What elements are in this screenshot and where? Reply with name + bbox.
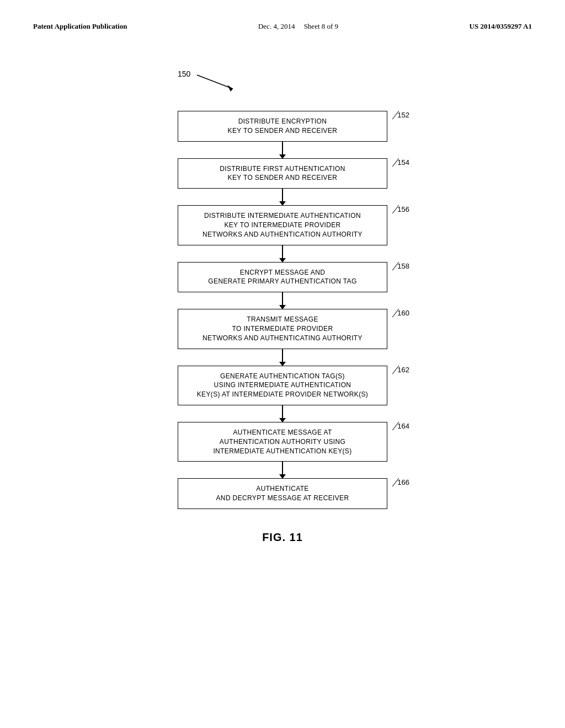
diagram-main-label: 150 <box>178 69 190 78</box>
ref-166: ╱166 <box>393 478 409 486</box>
arrow-156-158 <box>282 245 283 262</box>
ref-154: ╱154 <box>393 158 409 167</box>
step-row-160: TRANSMIT MESSAGETO INTERMEDIATE PROVIDER… <box>145 309 420 349</box>
ref-152: ╱152 <box>393 111 409 119</box>
flow-step-154: DISTRIBUTE FIRST AUTHENTICATIONKEY TO SE… <box>145 158 420 189</box>
ref-162: ╱162 <box>393 366 409 374</box>
ref-160: ╱160 <box>393 309 409 317</box>
flowchart-diagram: 150 DISTRIBUTE ENCRYPTIONKEY TO SENDER A… <box>145 64 420 544</box>
figure-label: FIG. 11 <box>262 531 303 544</box>
step-box-164: AUTHENTICATE MESSAGE ATAUTHENTICATION AU… <box>178 422 387 462</box>
step-row-162: GENERATE AUTHENTICATION TAG(S)USING INTE… <box>145 366 420 405</box>
patent-number: US 2014/0359297 A1 <box>470 22 532 30</box>
header-left: Patent Application Publication <box>33 22 127 31</box>
step-row-152: DISTRIBUTE ENCRYPTIONKEY TO SENDER AND R… <box>145 111 420 142</box>
step-row-166: AUTHENTICATEAND DECRYPT MESSAGE AT RECEI… <box>145 478 420 509</box>
svg-line-0 <box>197 75 233 89</box>
arrow-164-166 <box>282 462 283 478</box>
step-box-156: DISTRIBUTE INTERMEDIATE AUTHENTICATIONKE… <box>178 205 387 245</box>
arrow-152-154 <box>282 142 283 158</box>
flow-step-158: ENCRYPT MESSAGE ANDGENERATE PRIMARY AUTH… <box>145 262 420 293</box>
publication-label: Patent Application Publication <box>33 22 127 30</box>
header-right: US 2014/0359297 A1 <box>470 22 532 31</box>
ref-164: ╱164 <box>393 422 409 430</box>
header-center: Dec. 4, 2014 Sheet 8 of 9 <box>258 22 338 31</box>
step-row-156: DISTRIBUTE INTERMEDIATE AUTHENTICATIONKE… <box>145 205 420 245</box>
flow-step-156: DISTRIBUTE INTERMEDIATE AUTHENTICATIONKE… <box>145 205 420 245</box>
arrow-162-164 <box>282 405 283 422</box>
step-row-164: AUTHENTICATE MESSAGE ATAUTHENTICATION AU… <box>145 422 420 462</box>
step-box-160: TRANSMIT MESSAGETO INTERMEDIATE PROVIDER… <box>178 309 387 349</box>
flow-container: DISTRIBUTE ENCRYPTIONKEY TO SENDER AND R… <box>145 111 420 509</box>
step-row-158: ENCRYPT MESSAGE ANDGENERATE PRIMARY AUTH… <box>145 262 420 293</box>
step-box-166: AUTHENTICATEAND DECRYPT MESSAGE AT RECEI… <box>178 478 387 509</box>
step-box-152: DISTRIBUTE ENCRYPTIONKEY TO SENDER AND R… <box>178 111 387 142</box>
diagram-content: 150 DISTRIBUTE ENCRYPTIONKEY TO SENDER A… <box>33 53 532 544</box>
flow-step-166: AUTHENTICATEAND DECRYPT MESSAGE AT RECEI… <box>145 478 420 509</box>
step-row-154: DISTRIBUTE FIRST AUTHENTICATIONKEY TO SE… <box>145 158 420 189</box>
step-box-162: GENERATE AUTHENTICATION TAG(S)USING INTE… <box>178 366 387 405</box>
arrow-154-156 <box>282 189 283 205</box>
flow-step-152: DISTRIBUTE ENCRYPTIONKEY TO SENDER AND R… <box>145 111 420 142</box>
ref-158: ╱158 <box>393 262 409 270</box>
ref-156: ╱156 <box>393 205 409 213</box>
sheet-info: Sheet 8 of 9 <box>304 22 338 30</box>
arrow-158-160 <box>282 292 283 309</box>
page: Patent Application Publication Dec. 4, 2… <box>0 0 565 728</box>
step-box-158: ENCRYPT MESSAGE ANDGENERATE PRIMARY AUTH… <box>178 262 387 293</box>
header: Patent Application Publication Dec. 4, 2… <box>33 22 532 31</box>
arrow-160-162 <box>282 349 283 366</box>
publication-date: Dec. 4, 2014 <box>258 22 295 30</box>
svg-marker-1 <box>227 85 233 92</box>
flow-step-160: TRANSMIT MESSAGETO INTERMEDIATE PROVIDER… <box>145 309 420 349</box>
start-arrow <box>167 64 398 92</box>
flow-step-162: GENERATE AUTHENTICATION TAG(S)USING INTE… <box>145 366 420 405</box>
step-box-154: DISTRIBUTE FIRST AUTHENTICATIONKEY TO SE… <box>178 158 387 189</box>
flow-step-164: AUTHENTICATE MESSAGE ATAUTHENTICATION AU… <box>145 422 420 462</box>
